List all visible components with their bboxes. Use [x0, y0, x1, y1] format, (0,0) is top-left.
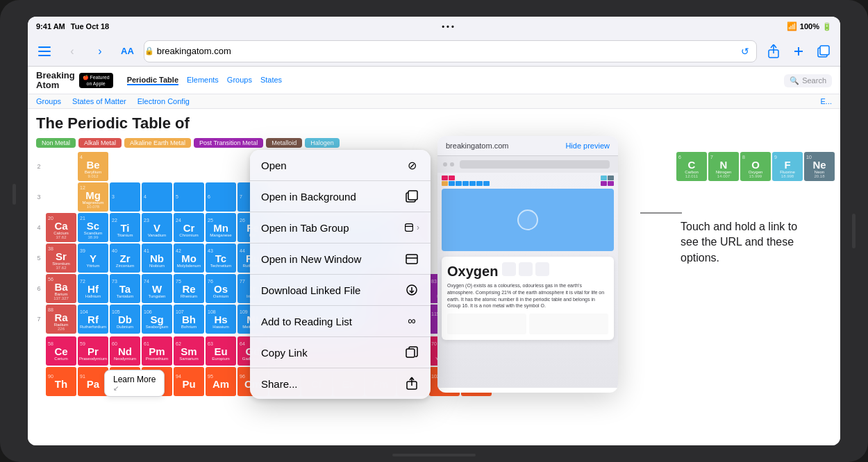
reload-button[interactable]: ↺: [734, 40, 756, 62]
hide-preview-button[interactable]: Hide preview: [565, 142, 610, 150]
preview-cell-t: [469, 181, 476, 186]
preview-nav-bar: [437, 156, 618, 173]
element-ra[interactable]: 88 Ra Radium 226: [46, 305, 76, 334]
address-bar[interactable]: 🔒 breakingatom.com ↺: [144, 40, 757, 62]
subnav-states[interactable]: States of Matter: [72, 97, 126, 105]
menu-item-copy-link[interactable]: Copy Link: [250, 337, 431, 368]
date-display: Tue Oct 18: [71, 22, 109, 31]
element-y[interactable]: 39 Y Yttrium: [78, 243, 108, 273]
element-rf[interactable]: 104 Rf Rutherfordium: [78, 305, 108, 334]
volume-button[interactable]: [12, 184, 16, 205]
element-mg[interactable]: 12 Mg Magnesium 10.078: [78, 182, 108, 212]
element-f[interactable]: 9 F Fluorine 18.998: [772, 152, 803, 181]
menu-item-open-background[interactable]: Open in Background: [250, 181, 431, 212]
element-db[interactable]: 105 Db Dubnium: [110, 305, 140, 334]
preview-cell-t: [456, 181, 462, 186]
period-2-label: 2: [33, 152, 44, 181]
learn-more-button[interactable]: Learn More ↙: [104, 370, 165, 397]
element-hf[interactable]: 72 Hf Hafnium: [78, 274, 108, 303]
subnav-groups[interactable]: Groups: [36, 97, 61, 105]
preview-cell: [442, 181, 448, 186]
symbol: C: [688, 160, 696, 170]
menu-copy-link-icon: [404, 345, 419, 360]
nav-elements[interactable]: Elements: [187, 76, 219, 85]
legend-nonmetal: Non Metal: [36, 138, 76, 148]
element-sc[interactable]: 21 Sc Scandium 38.99: [78, 213, 108, 242]
menu-copy-link-label: Copy Link: [261, 347, 308, 359]
element-pm[interactable]: 61 Pm Promethium: [142, 336, 172, 366]
element-sg[interactable]: 106 Sg Seaborgium: [142, 305, 172, 334]
reader-mode-button[interactable]: AA: [117, 46, 138, 56]
share-button[interactable]: [762, 40, 785, 62]
site-nav: Periodic Table Elements Groups States: [127, 76, 283, 85]
element-am[interactable]: 95 Am: [206, 367, 236, 396]
weight: 12.011: [685, 174, 698, 178]
element-be[interactable]: 4 Be Beryllium 9.012: [78, 152, 108, 181]
menu-item-open-tab-group[interactable]: Open in Tab Group ›: [250, 212, 431, 243]
menu-item-reading-list[interactable]: Add to Reading List ∞: [250, 306, 431, 337]
element-ca[interactable]: 20 Ca Calcium 37.62: [46, 213, 76, 242]
element-v[interactable]: 23 V Vanadium: [142, 213, 172, 242]
element-mo[interactable]: 42 Mo Molybdenum: [174, 243, 204, 273]
preview-circle: [517, 209, 538, 230]
nav-groups[interactable]: Groups: [227, 76, 252, 85]
home-button[interactable]: [852, 214, 856, 248]
period-3-row: 3 12 Mg Magnesium 10.078 3 4: [33, 182, 835, 212]
element-eu[interactable]: 63 Eu Europium: [206, 336, 236, 366]
element-pu[interactable]: 94 Pu: [174, 367, 204, 396]
legend-alkaline: Alkaline Earth Metal: [124, 138, 191, 148]
menu-item-download[interactable]: Download Linked File: [250, 275, 431, 306]
element-sr[interactable]: 38 Sr Strontium 37.62: [46, 243, 76, 273]
element-zr[interactable]: 40 Zr Zirconium: [110, 243, 140, 273]
sidebar-toggle-button[interactable]: [33, 40, 56, 62]
element-hs[interactable]: 108 Hs Hassium: [206, 305, 236, 334]
element-ti[interactable]: 22 Ti Titanium: [110, 213, 140, 242]
element-cr[interactable]: 24 Cr Chromium: [174, 213, 204, 242]
menu-item-open-new-window[interactable]: Open in New Window: [250, 243, 431, 275]
oxygen-title: Oxygen: [447, 264, 498, 280]
period-6-row: 6 56 Ba Barium 137.327 72 Hf Hafnium 73: [33, 274, 835, 303]
preview-nav-dot: [443, 162, 447, 166]
element-w[interactable]: 74 W Tungsten: [142, 274, 172, 303]
back-button[interactable]: ‹: [61, 40, 83, 62]
menu-item-share[interactable]: Share...: [250, 368, 431, 399]
preview-cell: [601, 181, 607, 186]
period-6-label: 6: [33, 274, 44, 303]
period-la-label: [33, 336, 44, 366]
status-center: • • •: [442, 22, 454, 31]
element-ce[interactable]: 58 Ce Cerium: [46, 336, 76, 366]
element-re[interactable]: 75 Re Rhenium: [174, 274, 204, 303]
element-ta[interactable]: 73 Ta Tantalum: [110, 274, 140, 303]
preview-table: [437, 173, 618, 254]
preview-url-bar: [460, 160, 610, 169]
element-tc[interactable]: 43 Tc Technetium: [206, 243, 236, 273]
element-bh[interactable]: 107 Bh Bohrium: [174, 305, 204, 334]
home-indicator[interactable]: [392, 454, 476, 456]
element-ne[interactable]: 10 Ne Neon 20.18: [804, 152, 835, 181]
forward-button[interactable]: ›: [89, 40, 111, 62]
element-sm[interactable]: 62 Sm Samarium: [174, 336, 204, 366]
element-nb[interactable]: 41 Nb Niobium: [142, 243, 172, 273]
menu-open-new-window-icon: [404, 251, 419, 266]
nav-periodic-table[interactable]: Periodic Table: [127, 76, 178, 85]
subnav-electron[interactable]: Electron Config: [137, 97, 190, 105]
search-box[interactable]: 🔍 Search: [784, 74, 832, 87]
menu-item-open[interactable]: Open ⊘: [250, 150, 431, 181]
element-os[interactable]: 76 Os Osmium: [206, 274, 236, 303]
element-n[interactable]: 7 N Nitrogen 14.007: [708, 152, 739, 181]
svg-rect-0: [38, 46, 51, 48]
element-pr[interactable]: 59 Pr Praseodymium: [78, 336, 108, 366]
element-mn[interactable]: 25 Mn Manganese: [206, 213, 236, 242]
element-nd[interactable]: 60 Nd Neodymium: [110, 336, 140, 366]
nav-states[interactable]: States: [260, 76, 282, 85]
tabs-button[interactable]: [812, 40, 835, 62]
element-ba[interactable]: 56 Ba Barium 137.327: [46, 274, 76, 303]
add-tab-button[interactable]: [787, 40, 810, 62]
element-c[interactable]: 6 C Carbon 12.011: [676, 152, 707, 181]
preview-website: Oxygen Oxygen (O) exists as a colourless…: [437, 156, 618, 388]
legend-alkali: Alkali Metal: [78, 138, 122, 148]
svg-rect-8: [820, 46, 829, 55]
element-o[interactable]: 8 O Oxygen 15.999: [740, 152, 771, 181]
element-ac[interactable]: 90 Th: [46, 367, 76, 396]
menu-share-label: Share...: [261, 378, 298, 390]
